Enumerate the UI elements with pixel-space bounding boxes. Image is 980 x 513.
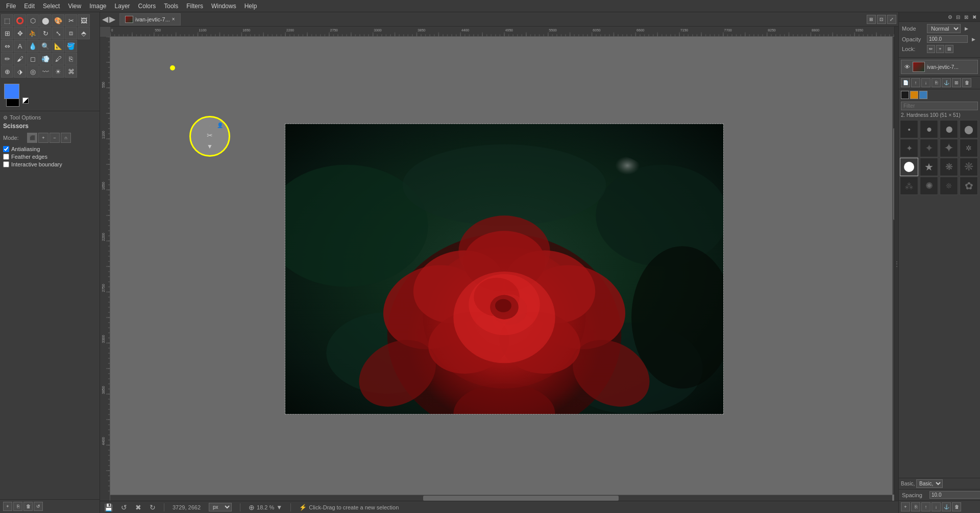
- blend-mode-select[interactable]: Normal Multiply Screen Overlay: [927, 24, 961, 33]
- layer-visibility-toggle[interactable]: 👁: [903, 63, 911, 70]
- brush-item-10[interactable]: ★: [920, 158, 938, 176]
- brush-item-4[interactable]: ⬤: [960, 120, 978, 138]
- tool-perspective-clone[interactable]: ⬗: [14, 65, 26, 78]
- brush-item-7[interactable]: ✦: [940, 139, 958, 157]
- color-swatch-orange[interactable]: [910, 91, 918, 99]
- tool-text[interactable]: A: [14, 40, 26, 52]
- brush-item-3[interactable]: ⬤: [940, 120, 958, 138]
- menu-image[interactable]: Image: [85, 2, 110, 11]
- status-save-btn[interactable]: 💾: [104, 503, 113, 511]
- brushes-category-select[interactable]: Basic,: [916, 479, 943, 488]
- brush-item-12[interactable]: ❋: [960, 158, 978, 176]
- panel-close-btn[interactable]: ✖: [971, 13, 978, 20]
- new-layer-btn[interactable]: 📄: [901, 78, 910, 87]
- duplicate-layer-btn[interactable]: ⎘: [932, 78, 941, 87]
- tool-ink[interactable]: 🖊: [52, 53, 64, 65]
- horizontal-scrollbar[interactable]: [110, 495, 892, 501]
- tool-clone[interactable]: ⎘: [65, 53, 77, 65]
- unit-select[interactable]: px mm in: [209, 503, 232, 511]
- lock-position-btn[interactable]: +: [936, 45, 944, 53]
- spacing-dup-btn[interactable]: ⎘: [911, 502, 920, 511]
- zoom-dropdown-btn[interactable]: ▼: [276, 504, 282, 511]
- spacing-anchor-btn[interactable]: ⚓: [942, 502, 951, 511]
- tool-pencil[interactable]: ✏: [1, 53, 13, 65]
- tool-select-by-color[interactable]: 🎨: [52, 14, 64, 27]
- status-redo-btn[interactable]: ↻: [150, 503, 156, 511]
- zoom-fit-btn[interactable]: ⊡: [877, 15, 886, 24]
- menu-windows[interactable]: Windows: [207, 2, 240, 11]
- opacity-input[interactable]: [927, 35, 968, 43]
- feather-edges-checkbox[interactable]: [3, 154, 9, 160]
- delete-brush-btn[interactable]: 🗑: [23, 502, 33, 511]
- refresh-brush-btn[interactable]: ↺: [34, 502, 43, 511]
- mode-btn-replace[interactable]: ⬛: [27, 133, 37, 143]
- tool-warp-transform[interactable]: ⌘: [65, 65, 77, 78]
- duplicate-brush-btn[interactable]: ⎘: [13, 502, 22, 511]
- color-swatch-black[interactable]: [901, 91, 909, 99]
- menu-colors[interactable]: Colors: [134, 2, 160, 11]
- tool-ellipse-select[interactable]: ⭕: [14, 14, 26, 27]
- tool-move[interactable]: ✥: [14, 27, 26, 39]
- tool-free-select[interactable]: ⬡: [27, 14, 39, 27]
- tool-crop[interactable]: ⛹: [27, 27, 39, 39]
- tool-scale[interactable]: ⤡: [52, 27, 64, 39]
- menu-filters[interactable]: Filters: [182, 2, 207, 11]
- menu-select[interactable]: Select: [39, 2, 64, 11]
- tool-paint-bucket[interactable]: 🪣: [65, 40, 77, 52]
- brush-item-6[interactable]: ✦: [920, 139, 938, 157]
- spacing-input[interactable]: [929, 491, 980, 499]
- spacing-up-btn[interactable]: ↑: [921, 502, 930, 511]
- opacity-expand-btn[interactable]: ▶: [970, 36, 977, 43]
- tab-close-btn[interactable]: ×: [172, 16, 175, 22]
- tool-paintbrush[interactable]: 🖌: [14, 53, 26, 65]
- brush-filter-input[interactable]: [901, 102, 978, 110]
- anchor-layer-btn[interactable]: ⚓: [942, 78, 951, 87]
- brush-item-1[interactable]: ⬤: [900, 120, 918, 138]
- merge-layer-btn[interactable]: ⊞: [952, 78, 961, 87]
- delete-layer-btn[interactable]: 🗑: [962, 78, 971, 87]
- mode-btn-subtract[interactable]: −: [50, 133, 60, 143]
- canvas-image[interactable]: [285, 124, 724, 414]
- fullscreen-btn[interactable]: ⤢: [887, 15, 896, 24]
- brush-item-9[interactable]: [900, 158, 918, 176]
- tool-fuzzy-select[interactable]: ⬤: [39, 14, 52, 27]
- status-undo-btn[interactable]: ↺: [121, 503, 127, 511]
- color-swatch-blue[interactable]: [919, 91, 927, 99]
- tool-smudge[interactable]: 〰: [39, 65, 52, 78]
- brush-item-5[interactable]: ✦: [900, 139, 918, 157]
- layer-item[interactable]: 👁 ivan-jevtic-7...: [901, 60, 978, 74]
- canvas-area[interactable]: ⬚ ⊕ 👤 ✂ ▼: [100, 27, 898, 501]
- tool-align[interactable]: ⊞: [1, 27, 13, 39]
- image-tab[interactable]: ivan-jevtic-7... ×: [119, 13, 181, 26]
- mode-expand-btn[interactable]: ▶: [963, 25, 970, 32]
- mode-btn-intersect[interactable]: ∩: [61, 133, 71, 143]
- menu-help[interactable]: Help: [240, 2, 261, 11]
- tool-magnify[interactable]: 🔍: [39, 40, 52, 52]
- tool-rotate[interactable]: ↻: [39, 27, 52, 39]
- tool-blur-sharpen[interactable]: ◎: [27, 65, 39, 78]
- brush-item-16[interactable]: ✿: [960, 177, 978, 195]
- menu-edit[interactable]: Edit: [20, 2, 39, 11]
- nav-back-btn[interactable]: ◀: [102, 14, 108, 24]
- tool-measure[interactable]: 📐: [52, 40, 64, 52]
- tool-perspective[interactable]: ⬘: [78, 27, 90, 39]
- tool-dodge-burn[interactable]: ☀: [52, 65, 64, 78]
- mode-btn-add[interactable]: +: [38, 133, 48, 143]
- panel-configure-btn[interactable]: ⚙: [946, 13, 953, 20]
- brush-item-14[interactable]: ✺: [920, 177, 938, 195]
- tool-rectangle-select[interactable]: ⬚: [1, 14, 13, 27]
- spacing-delete-btn[interactable]: 🗑: [952, 502, 961, 511]
- brush-item-2[interactable]: ⬤: [920, 120, 938, 138]
- menu-view[interactable]: View: [64, 2, 85, 11]
- tool-foreground-select[interactable]: 🖼: [78, 14, 90, 27]
- brush-item-11[interactable]: ❋: [940, 158, 958, 176]
- panels-toggle-btn[interactable]: ⊞: [867, 15, 876, 24]
- panel-detach-btn[interactable]: ⊠: [963, 13, 970, 20]
- new-brush-btn[interactable]: +: [3, 502, 12, 511]
- tool-heal[interactable]: ⊕: [1, 65, 13, 78]
- menu-layer[interactable]: Layer: [111, 2, 134, 11]
- raise-layer-btn[interactable]: ↑: [911, 78, 920, 87]
- swap-colors-btn[interactable]: [22, 97, 29, 104]
- horizontal-scrollbar-thumb[interactable]: [423, 496, 619, 501]
- menu-file[interactable]: File: [2, 2, 20, 11]
